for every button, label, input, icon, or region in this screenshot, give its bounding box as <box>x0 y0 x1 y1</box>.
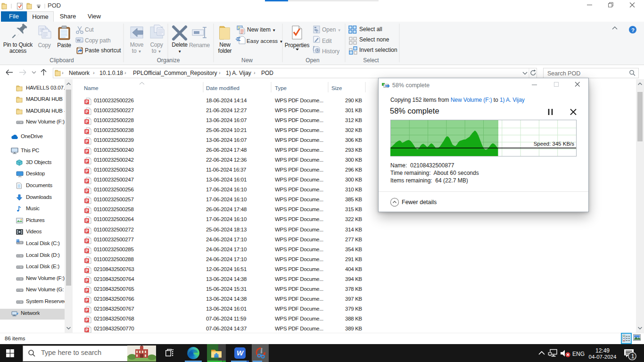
svg-text:P: P <box>85 189 88 193</box>
svg-text:P: P <box>85 248 88 253</box>
svg-text:P: P <box>85 288 88 293</box>
svg-text:P: P <box>85 109 88 114</box>
svg-text:1: 1 <box>631 353 635 360</box>
svg-text:P: P <box>85 258 88 263</box>
svg-text:P: P <box>85 129 88 134</box>
svg-text:P: P <box>85 218 88 223</box>
svg-text:P: P <box>85 268 88 273</box>
svg-text:P: P <box>85 298 88 303</box>
svg-text:P: P <box>85 308 88 313</box>
svg-text:P: P <box>85 139 88 144</box>
svg-text:P: P <box>85 328 88 332</box>
svg-text:P: P <box>85 239 88 243</box>
svg-text:P: P <box>85 278 88 283</box>
svg-text:?: ? <box>631 27 635 33</box>
svg-text:P: P <box>85 149 88 154</box>
svg-text:P: P <box>85 229 88 233</box>
svg-text:P: P <box>85 99 88 104</box>
svg-text:P: P <box>85 179 88 183</box>
svg-text:P: P <box>85 169 88 173</box>
svg-text:P: P <box>85 198 88 203</box>
svg-text:P: P <box>85 208 88 213</box>
svg-text:P: P <box>85 119 88 124</box>
svg-text:P: P <box>85 318 88 322</box>
svg-text:P: P <box>85 159 88 164</box>
